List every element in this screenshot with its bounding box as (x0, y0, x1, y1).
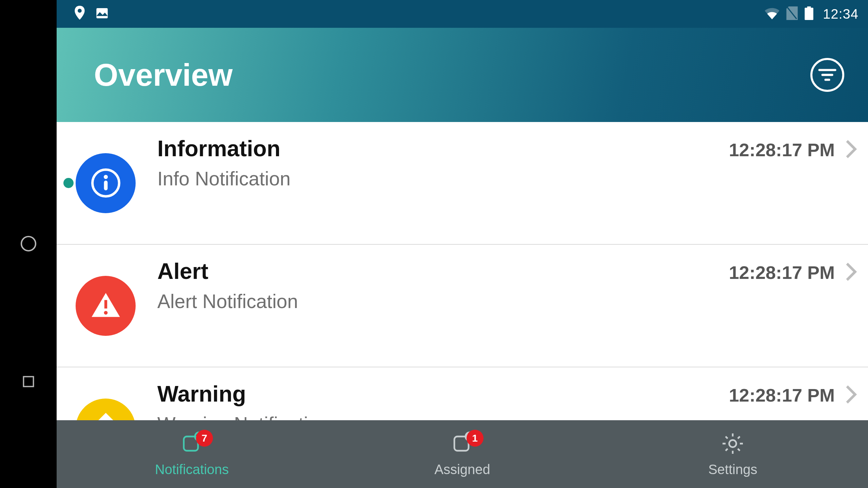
info-icon (76, 153, 136, 213)
svg-rect-13 (104, 300, 107, 308)
app-header: Overview (57, 28, 868, 122)
svg-point-11 (103, 175, 107, 179)
recent-apps-icon[interactable] (20, 373, 37, 391)
home-icon[interactable] (19, 234, 38, 255)
warning-icon (76, 399, 136, 421)
tab-badge: 1 (467, 430, 484, 447)
notification-row-information[interactable]: Information Info Notification 12:28:17 P… (57, 122, 868, 245)
notification-row-alert[interactable]: Alert Alert Notification 12:28:17 PM (57, 245, 868, 367)
tab-label: Notifications (155, 462, 229, 477)
tab-assigned[interactable]: Assigned 1 (327, 420, 598, 488)
svg-rect-12 (104, 181, 107, 190)
status-clock: 12:34 (823, 6, 859, 22)
notification-title: Warning (157, 381, 729, 407)
notification-subtitle: Info Notification (157, 167, 729, 190)
page-title: Overview (94, 57, 233, 93)
chevron-right-icon (844, 384, 858, 406)
tab-notifications[interactable]: Notifications 7 (57, 420, 327, 488)
notification-time: 12:28:17 PM (729, 385, 835, 406)
notification-title: Alert (157, 258, 729, 284)
svg-rect-5 (805, 8, 813, 20)
image-icon (95, 6, 109, 21)
svg-rect-3 (96, 8, 107, 18)
alert-icon (76, 276, 136, 336)
no-sim-icon (786, 6, 798, 21)
tab-label: Assigned (434, 462, 490, 477)
filter-button[interactable] (810, 58, 844, 92)
wifi-icon (765, 7, 780, 21)
android-nav-rail (0, 0, 57, 488)
battery-icon (805, 6, 813, 21)
gear-icon (721, 431, 745, 457)
tab-badge: 7 (196, 430, 213, 447)
tab-label: Settings (708, 462, 757, 477)
svg-point-2 (78, 9, 82, 13)
unread-dot-icon (63, 178, 74, 188)
notification-title: Information (157, 136, 729, 161)
location-bell-icon (74, 6, 86, 22)
status-bar: 12:34 (57, 0, 868, 28)
bottom-tab-bar: Notifications 7 Assigned 1 (57, 420, 868, 488)
svg-point-21 (729, 440, 736, 447)
notification-list: Information Info Notification 12:28:17 P… (57, 122, 868, 420)
notification-subtitle: Alert Notification (157, 290, 729, 312)
notification-row-warning[interactable]: Warning Warning Notification 12:28:17 PM (57, 367, 868, 420)
notification-time: 12:28:17 PM (729, 139, 835, 160)
svg-rect-6 (807, 6, 811, 8)
svg-point-14 (104, 311, 107, 314)
svg-point-0 (21, 237, 36, 251)
notification-subtitle: Warning Notification (157, 413, 729, 420)
notification-time: 12:28:17 PM (729, 262, 835, 283)
unread-dot-icon (63, 301, 74, 311)
tab-settings[interactable]: Settings (597, 420, 868, 488)
svg-rect-1 (23, 377, 33, 386)
chevron-right-icon (844, 139, 858, 161)
chevron-right-icon (844, 262, 858, 283)
back-icon[interactable] (20, 97, 37, 116)
